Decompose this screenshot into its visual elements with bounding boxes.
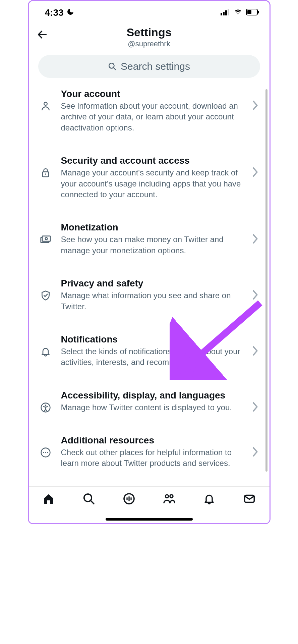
item-title: Additional resources	[61, 435, 245, 446]
item-desc: See information about your account, down…	[61, 101, 245, 133]
arrow-left-icon	[37, 29, 48, 40]
bell-icon	[203, 493, 215, 505]
item-desc: Select the kinds of notifications you ge…	[61, 346, 245, 368]
shield-icon	[38, 278, 53, 301]
settings-item-security[interactable]: Security and account access Manage your …	[29, 150, 270, 217]
search-wrap: Search settings	[29, 53, 270, 83]
item-title: Security and account access	[61, 155, 245, 166]
people-icon	[163, 493, 175, 505]
scroll-indicator[interactable]	[265, 89, 267, 472]
item-desc: Check out other places for helpful infor…	[61, 447, 245, 469]
cellular-icon	[221, 9, 230, 17]
svg-point-20	[47, 452, 48, 453]
tab-home[interactable]	[41, 491, 56, 506]
svg-point-31	[166, 495, 169, 498]
settings-item-notifications[interactable]: Notifications Select the kinds of notifi…	[29, 329, 270, 385]
status-icons	[221, 9, 259, 17]
accessibility-icon	[38, 390, 53, 413]
svg-rect-3	[228, 9, 229, 15]
mic-icon	[123, 493, 135, 505]
svg-rect-1	[223, 12, 225, 15]
chevron-right-icon	[253, 89, 260, 110]
item-title: Accessibility, display, and languages	[61, 390, 245, 401]
tab-bar	[29, 486, 270, 523]
svg-point-11	[45, 173, 46, 175]
tab-communities[interactable]	[162, 491, 176, 506]
tab-notifications[interactable]	[202, 491, 217, 506]
settings-item-privacy[interactable]: Privacy and safety Manage what informati…	[29, 273, 270, 329]
bell-icon	[38, 334, 53, 357]
battery-icon	[246, 9, 259, 17]
svg-point-18	[43, 452, 44, 453]
lock-icon	[38, 155, 53, 178]
svg-point-16	[45, 405, 46, 406]
chevron-right-icon	[253, 334, 260, 356]
item-desc: Manage your account's security and keep …	[61, 167, 245, 200]
search-input[interactable]: Search settings	[38, 55, 260, 78]
wifi-icon	[233, 9, 243, 17]
svg-point-9	[44, 102, 47, 105]
back-button[interactable]	[36, 28, 49, 41]
settings-item-your-account[interactable]: Your account See information about your …	[29, 83, 270, 150]
money-icon	[38, 222, 53, 246]
svg-line-26	[91, 501, 94, 504]
chevron-right-icon	[253, 390, 260, 412]
svg-rect-6	[258, 11, 259, 13]
chevron-right-icon	[253, 155, 260, 177]
item-title: Notifications	[61, 334, 245, 345]
page-title: Settings	[36, 26, 263, 39]
person-icon	[38, 89, 53, 111]
ellipsis-circle-icon	[38, 435, 53, 458]
status-time: 4:33	[45, 7, 64, 18]
search-placeholder: Search settings	[121, 61, 190, 72]
tab-search[interactable]	[81, 491, 96, 506]
search-icon	[83, 493, 95, 505]
svg-rect-0	[221, 13, 222, 15]
settings-item-resources[interactable]: Additional resources Check out other pla…	[29, 430, 270, 481]
svg-point-32	[170, 495, 173, 498]
settings-item-monetization[interactable]: Monetization See how you can make money …	[29, 217, 270, 273]
envelope-icon	[243, 493, 255, 505]
item-title: Privacy and safety	[61, 278, 245, 289]
tab-messages[interactable]	[242, 491, 257, 506]
settings-list: Your account See information about your …	[29, 83, 270, 481]
svg-line-8	[113, 67, 116, 70]
item-title: Monetization	[61, 222, 245, 233]
svg-rect-13	[42, 236, 50, 241]
home-icon	[43, 493, 55, 505]
status-time-wrap: 4:33	[45, 7, 74, 18]
status-bar: 4:33	[29, 1, 270, 22]
chevron-right-icon	[253, 435, 260, 457]
header: Settings @supreethrk	[29, 22, 270, 53]
tab-spaces[interactable]	[122, 491, 136, 506]
settings-item-accessibility[interactable]: Accessibility, display, and languages Ma…	[29, 385, 270, 430]
page-username: @supreethrk	[36, 40, 263, 48]
item-title: Your account	[61, 89, 245, 99]
search-icon	[108, 62, 117, 71]
chevron-right-icon	[253, 278, 260, 300]
item-desc: Manage how Twitter content is displayed …	[61, 402, 245, 413]
svg-point-19	[45, 452, 46, 453]
moon-icon	[66, 7, 74, 18]
home-indicator	[106, 518, 193, 521]
svg-rect-2	[225, 10, 227, 15]
svg-rect-5	[247, 10, 251, 14]
chevron-right-icon	[253, 222, 260, 244]
item-desc: Manage what information you see and shar…	[61, 290, 245, 312]
item-desc: See how you can make money on Twitter an…	[61, 234, 245, 256]
